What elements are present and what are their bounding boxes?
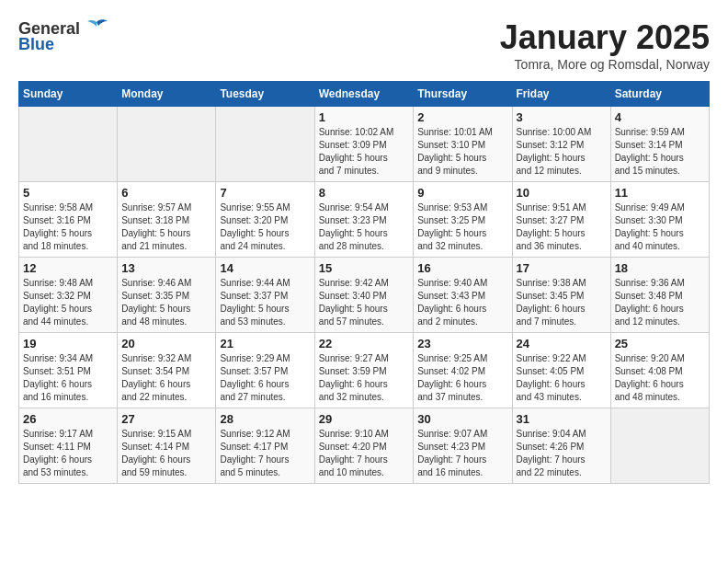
day-info: Sunrise: 9:51 AM Sunset: 3:27 PM Dayligh… — [517, 201, 607, 253]
calendar-table: Sunday Monday Tuesday Wednesday Thursday… — [18, 81, 710, 484]
calendar-week-row: 12Sunrise: 9:48 AM Sunset: 3:32 PM Dayli… — [19, 258, 710, 333]
day-info: Sunrise: 9:49 AM Sunset: 3:30 PM Dayligh… — [615, 201, 705, 253]
table-row: 26Sunrise: 9:17 AM Sunset: 4:11 PM Dayli… — [19, 408, 118, 484]
day-info: Sunrise: 9:57 AM Sunset: 3:18 PM Dayligh… — [121, 201, 211, 253]
day-info: Sunrise: 9:38 AM Sunset: 3:45 PM Dayligh… — [517, 277, 607, 328]
day-info: Sunrise: 9:59 AM Sunset: 3:14 PM Dayligh… — [615, 126, 705, 178]
day-number: 24 — [517, 337, 607, 350]
day-number: 23 — [417, 337, 507, 350]
day-number: 29 — [319, 412, 410, 426]
day-info: Sunrise: 10:00 AM Sunset: 3:12 PM Daylig… — [517, 126, 607, 178]
day-info: Sunrise: 9:17 AM Sunset: 4:11 PM Dayligh… — [23, 428, 113, 479]
day-number: 17 — [517, 261, 607, 275]
table-row: 27Sunrise: 9:15 AM Sunset: 4:14 PM Dayli… — [118, 408, 216, 484]
day-number: 2 — [417, 110, 507, 124]
calendar-week-row: 26Sunrise: 9:17 AM Sunset: 4:11 PM Dayli… — [19, 408, 710, 484]
calendar-week-row: 5Sunrise: 9:58 AM Sunset: 3:16 PM Daylig… — [19, 182, 710, 258]
day-info: Sunrise: 9:29 AM Sunset: 3:57 PM Dayligh… — [220, 352, 310, 404]
table-row: 28Sunrise: 9:12 AM Sunset: 4:17 PM Dayli… — [216, 408, 314, 484]
table-row — [610, 408, 709, 484]
title-area: January 2025 Tomra, More og Romsdal, Nor… — [500, 18, 710, 72]
table-row: 18Sunrise: 9:36 AM Sunset: 3:48 PM Dayli… — [610, 258, 709, 333]
day-info: Sunrise: 9:58 AM Sunset: 3:16 PM Dayligh… — [23, 201, 113, 253]
logo-blue: Blue — [18, 35, 54, 54]
day-info: Sunrise: 9:07 AM Sunset: 4:23 PM Dayligh… — [417, 428, 507, 479]
table-row: 21Sunrise: 9:29 AM Sunset: 3:57 PM Dayli… — [216, 333, 314, 408]
day-info: Sunrise: 9:36 AM Sunset: 3:48 PM Dayligh… — [615, 277, 705, 328]
day-number: 8 — [319, 186, 410, 200]
day-number: 25 — [615, 337, 705, 350]
day-number: 27 — [121, 412, 211, 426]
table-row: 1Sunrise: 10:02 AM Sunset: 3:09 PM Dayli… — [314, 107, 414, 182]
day-info: Sunrise: 9:40 AM Sunset: 3:43 PM Dayligh… — [417, 277, 507, 328]
header-wednesday: Wednesday — [314, 82, 414, 107]
table-row: 31Sunrise: 9:04 AM Sunset: 4:26 PM Dayli… — [512, 408, 610, 484]
day-number: 31 — [517, 412, 607, 426]
table-row — [118, 107, 216, 182]
day-number: 4 — [615, 110, 705, 124]
day-info: Sunrise: 9:10 AM Sunset: 4:20 PM Dayligh… — [319, 428, 410, 479]
day-info: Sunrise: 9:27 AM Sunset: 3:59 PM Dayligh… — [319, 352, 410, 404]
day-info: Sunrise: 9:46 AM Sunset: 3:35 PM Dayligh… — [121, 277, 211, 328]
day-number: 7 — [220, 186, 310, 200]
day-number: 10 — [517, 186, 607, 200]
day-info: Sunrise: 10:02 AM Sunset: 3:09 PM Daylig… — [319, 126, 410, 178]
header-thursday: Thursday — [414, 82, 512, 107]
table-row: 11Sunrise: 9:49 AM Sunset: 3:30 PM Dayli… — [610, 182, 709, 258]
day-number: 30 — [417, 412, 507, 426]
day-number: 5 — [23, 186, 113, 200]
month-title: January 2025 — [500, 18, 710, 57]
day-info: Sunrise: 10:01 AM Sunset: 3:10 PM Daylig… — [417, 126, 507, 178]
logo-bird-icon — [84, 18, 109, 39]
day-number: 16 — [417, 261, 507, 275]
day-info: Sunrise: 9:55 AM Sunset: 3:20 PM Dayligh… — [220, 201, 310, 253]
day-number: 26 — [23, 412, 113, 426]
table-row: 22Sunrise: 9:27 AM Sunset: 3:59 PM Dayli… — [314, 333, 414, 408]
table-row: 10Sunrise: 9:51 AM Sunset: 3:27 PM Dayli… — [512, 182, 610, 258]
table-row: 2Sunrise: 10:01 AM Sunset: 3:10 PM Dayli… — [414, 107, 512, 182]
calendar-week-row: 19Sunrise: 9:34 AM Sunset: 3:51 PM Dayli… — [19, 333, 710, 408]
day-info: Sunrise: 9:22 AM Sunset: 4:05 PM Dayligh… — [517, 352, 607, 404]
table-row: 6Sunrise: 9:57 AM Sunset: 3:18 PM Daylig… — [118, 182, 216, 258]
table-row: 13Sunrise: 9:46 AM Sunset: 3:35 PM Dayli… — [118, 258, 216, 333]
day-info: Sunrise: 9:53 AM Sunset: 3:25 PM Dayligh… — [417, 201, 507, 253]
day-number: 18 — [615, 261, 705, 275]
table-row: 14Sunrise: 9:44 AM Sunset: 3:37 PM Dayli… — [216, 258, 314, 333]
table-row: 15Sunrise: 9:42 AM Sunset: 3:40 PM Dayli… — [314, 258, 414, 333]
day-number: 9 — [417, 186, 507, 200]
day-number: 11 — [615, 186, 705, 200]
table-row: 4Sunrise: 9:59 AM Sunset: 3:14 PM Daylig… — [610, 107, 709, 182]
table-row: 9Sunrise: 9:53 AM Sunset: 3:25 PM Daylig… — [414, 182, 512, 258]
table-row — [216, 107, 314, 182]
day-info: Sunrise: 9:54 AM Sunset: 3:23 PM Dayligh… — [319, 201, 410, 253]
day-number: 3 — [517, 110, 607, 124]
day-info: Sunrise: 9:44 AM Sunset: 3:37 PM Dayligh… — [220, 277, 310, 328]
day-number: 19 — [23, 337, 113, 350]
location-subtitle: Tomra, More og Romsdal, Norway — [500, 57, 710, 72]
table-row: 5Sunrise: 9:58 AM Sunset: 3:16 PM Daylig… — [19, 182, 118, 258]
table-row: 3Sunrise: 10:00 AM Sunset: 3:12 PM Dayli… — [512, 107, 610, 182]
day-info: Sunrise: 9:04 AM Sunset: 4:26 PM Dayligh… — [517, 428, 607, 479]
day-number: 1 — [319, 110, 410, 124]
table-row: 8Sunrise: 9:54 AM Sunset: 3:23 PM Daylig… — [314, 182, 414, 258]
day-number: 22 — [319, 337, 410, 350]
day-info: Sunrise: 9:32 AM Sunset: 3:54 PM Dayligh… — [121, 352, 211, 404]
day-number: 13 — [121, 261, 211, 275]
calendar-week-row: 1Sunrise: 10:02 AM Sunset: 3:09 PM Dayli… — [19, 107, 710, 182]
header-friday: Friday — [512, 82, 610, 107]
day-info: Sunrise: 9:25 AM Sunset: 4:02 PM Dayligh… — [417, 352, 507, 404]
table-row: 30Sunrise: 9:07 AM Sunset: 4:23 PM Dayli… — [414, 408, 512, 484]
header-saturday: Saturday — [610, 82, 709, 107]
table-row: 19Sunrise: 9:34 AM Sunset: 3:51 PM Dayli… — [19, 333, 118, 408]
header-tuesday: Tuesday — [216, 82, 314, 107]
day-number: 14 — [220, 261, 310, 275]
day-number: 20 — [121, 337, 211, 350]
day-info: Sunrise: 9:34 AM Sunset: 3:51 PM Dayligh… — [23, 352, 113, 404]
day-info: Sunrise: 9:20 AM Sunset: 4:08 PM Dayligh… — [615, 352, 705, 404]
day-info: Sunrise: 9:42 AM Sunset: 3:40 PM Dayligh… — [319, 277, 410, 328]
calendar-header-row: Sunday Monday Tuesday Wednesday Thursday… — [19, 82, 710, 107]
table-row: 29Sunrise: 9:10 AM Sunset: 4:20 PM Dayli… — [314, 408, 414, 484]
table-row: 7Sunrise: 9:55 AM Sunset: 3:20 PM Daylig… — [216, 182, 314, 258]
header-monday: Monday — [118, 82, 216, 107]
table-row — [19, 107, 118, 182]
